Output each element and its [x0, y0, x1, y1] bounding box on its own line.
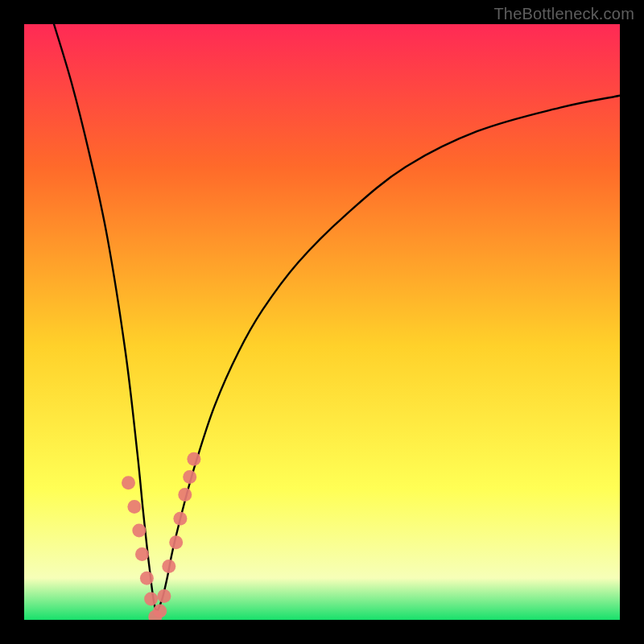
data-point: [178, 488, 192, 502]
data-point: [122, 476, 135, 489]
data-point: [157, 589, 171, 603]
data-point: [173, 512, 187, 526]
data-point: [162, 559, 175, 573]
highlighted-points: [24, 24, 620, 620]
plot-area: [24, 24, 620, 620]
data-point: [135, 547, 149, 561]
data-point: [144, 592, 158, 606]
data-point: [187, 452, 200, 466]
chart-frame: TheBottleneck.com: [0, 0, 644, 644]
data-point: [127, 500, 141, 514]
data-point: [153, 604, 167, 617]
data-point: [183, 470, 196, 484]
watermark-text: TheBottleneck.com: [493, 5, 634, 23]
data-point: [140, 572, 154, 585]
data-point: [169, 535, 183, 549]
data-point: [132, 524, 146, 538]
